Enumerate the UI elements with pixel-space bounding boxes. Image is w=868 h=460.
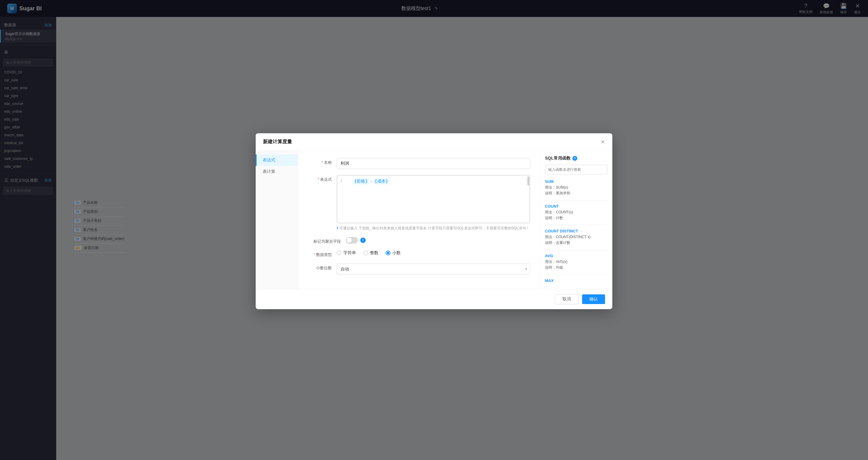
sql-func-max-name[interactable]: MAX xyxy=(545,278,608,283)
hint-icon: ℹ xyxy=(337,226,338,230)
sql-func-count: COUNT 用法：COUNT(x) 说明：计数 xyxy=(545,203,608,222)
confirm-button[interactable]: 确认 xyxy=(582,295,605,304)
nav-item-table-calc[interactable]: 表计算 xyxy=(256,166,298,177)
name-row: 名称 xyxy=(308,158,530,169)
radio-outer-string xyxy=(337,250,342,255)
sql-help-icon[interactable]: ? xyxy=(572,156,577,161)
data-type-radio-group: 字符串 整数 小数 xyxy=(337,250,401,256)
sql-func-count-desc: 说明：计数 xyxy=(545,215,608,221)
radio-decimal[interactable]: 小数 xyxy=(385,250,401,256)
sql-func-count-distinct: COUNT DISTINCT 用法：COUNT(DISTINCT x) 说明：去… xyxy=(545,227,608,247)
data-type-label: 数据类型 xyxy=(308,250,332,257)
data-type-row: 数据类型 字符串 整数 小数 xyxy=(308,250,530,257)
sql-divider-2 xyxy=(545,225,608,225)
scrollbar-thumb xyxy=(527,177,529,186)
dialog-nav: 表达式 表计算 xyxy=(256,151,298,289)
radio-integer-label: 整数 xyxy=(370,250,378,256)
hint-text: 可通过输入 下划线_ 唤出列表来插入维度或度量字段名 计算字段只需要写SQL表达… xyxy=(339,226,529,231)
dialog-header: 新建计算度量 ✕ xyxy=(256,133,612,151)
radio-outer-integer xyxy=(363,250,368,255)
sql-panel-header: SQL常用函数 ? xyxy=(545,156,608,161)
expr-textarea[interactable]: {价格}-{成本} xyxy=(337,175,530,223)
decimal-select-wrap: 自动 0 1 2 3 4 ▾ xyxy=(337,264,530,274)
sql-func-avg: AVG 用法：AVG(x) 说明：均值 xyxy=(545,252,608,272)
dialog-close-button[interactable]: ✕ xyxy=(600,139,605,145)
dialog-footer: 取消 确认 xyxy=(256,289,612,309)
sql-func-count-name[interactable]: COUNT xyxy=(545,204,608,209)
radio-string-label: 字符串 xyxy=(343,250,356,256)
sql-func-sum-usage: 用法：SUM(x) xyxy=(545,185,608,190)
dialog-new-calc-measure: 新建计算度量 ✕ 表达式 表计算 名称 表达式 xyxy=(256,133,612,309)
nav-item-expression[interactable]: 表达式 xyxy=(256,154,298,166)
aggregate-toggle[interactable] xyxy=(346,237,358,244)
aggregate-label: 标记为聚合字段 xyxy=(308,237,341,244)
sql-func-sum-desc: 说明：累加求和 xyxy=(545,191,608,196)
toggle-knob xyxy=(346,238,352,243)
sql-divider-4 xyxy=(545,274,608,275)
dialog-content: 名称 表达式 1 {价格} - {成本} {价格}-{成本} xyxy=(298,151,540,289)
radio-outer-decimal xyxy=(385,250,391,255)
sql-func-max: MAX xyxy=(545,277,608,284)
sql-divider-1 xyxy=(545,200,608,201)
aggregate-toggle-wrap: ! xyxy=(346,237,366,244)
sql-divider-3 xyxy=(545,250,608,250)
sql-search-input[interactable] xyxy=(545,165,608,174)
sql-func-count-distinct-name[interactable]: COUNT DISTINCT xyxy=(545,229,608,233)
expr-label: 表达式 xyxy=(308,175,332,182)
name-input[interactable] xyxy=(337,158,530,169)
sql-func-avg-name[interactable]: AVG xyxy=(545,253,608,258)
aggregate-info-icon[interactable]: ! xyxy=(360,238,366,243)
sql-panel-title: SQL常用函数 xyxy=(545,156,570,161)
sql-func-avg-desc: 说明：均值 xyxy=(545,265,608,270)
sql-func-sum-name[interactable]: SUM xyxy=(545,179,608,184)
expr-editor-wrap: 1 {价格} - {成本} {价格}-{成本} xyxy=(337,175,530,223)
radio-integer[interactable]: 整数 xyxy=(363,250,378,256)
cancel-button[interactable]: 取消 xyxy=(555,294,579,304)
radio-decimal-label: 小数 xyxy=(392,250,401,256)
aggregate-row: 标记为聚合字段 ! xyxy=(308,237,530,244)
name-label: 名称 xyxy=(308,158,332,165)
expr-container: 1 {价格} - {成本} {价格}-{成本} ℹ 可通过输入 下划线_ 唤出列… xyxy=(337,175,530,231)
sql-func-count-distinct-desc: 说明：去重计数 xyxy=(545,240,608,245)
sql-func-count-usage: 用法：COUNT(x) xyxy=(545,210,608,215)
radio-inner-decimal xyxy=(387,252,389,254)
decimal-select[interactable]: 自动 0 1 2 3 4 xyxy=(337,264,530,274)
expr-hint: ℹ 可通过输入 下划线_ 唤出列表来插入维度或度量字段名 计算字段只需要写SQL… xyxy=(337,226,530,231)
decimal-row: 小数位数 自动 0 1 2 3 4 ▾ xyxy=(308,264,530,274)
sql-func-sum: SUM 用法：SUM(x) 说明：累加求和 xyxy=(545,178,608,198)
sql-func-avg-usage: 用法：AVG(x) xyxy=(545,259,608,265)
dialog-body: 表达式 表计算 名称 表达式 1 {价格 xyxy=(256,151,612,289)
sql-panel: SQL常用函数 ? SUM 用法：SUM(x) 说明：累加求和 COUNT 用法… xyxy=(540,151,612,289)
dialog-title: 新建计算度量 xyxy=(263,139,292,145)
expr-row: 表达式 1 {价格} - {成本} {价格}-{成本} xyxy=(308,175,530,231)
radio-string[interactable]: 字符串 xyxy=(337,250,356,256)
sql-func-count-distinct-usage: 用法：COUNT(DISTINCT x) xyxy=(545,235,608,240)
decimal-label: 小数位数 xyxy=(308,264,332,271)
